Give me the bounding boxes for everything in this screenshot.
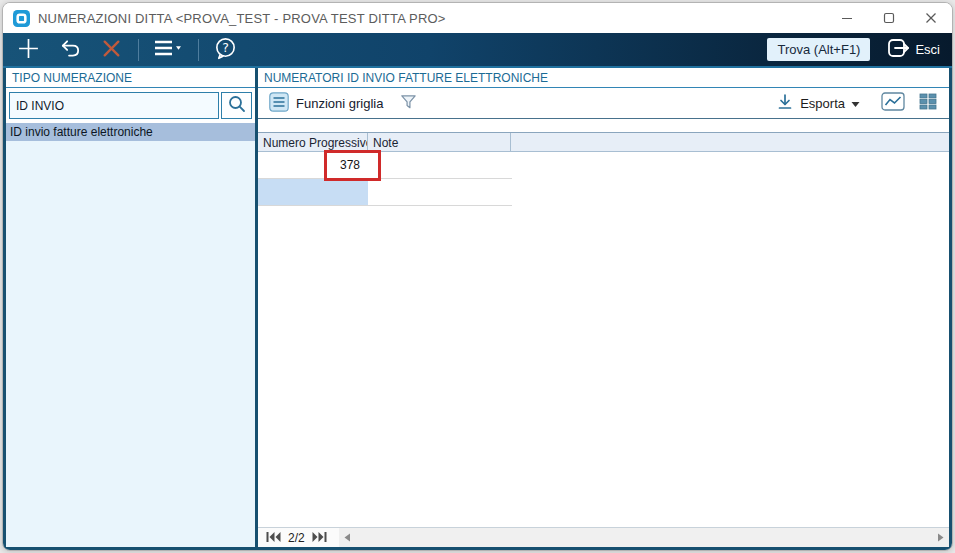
grid-view-button[interactable]: [918, 92, 938, 114]
horizontal-scrollbar[interactable]: [339, 528, 949, 547]
tipo-numerazione-search-input[interactable]: [9, 92, 219, 119]
toolbar-separator: [138, 39, 139, 61]
column-header-numero-progressivo[interactable]: Numero Progressivo: [258, 133, 368, 152]
grid-bottom-bar: 2/2: [258, 527, 949, 547]
scroll-right-icon: [937, 530, 944, 545]
cell-numero-progressivo[interactable]: [258, 179, 368, 205]
exit-button[interactable]: Esci: [882, 34, 944, 65]
scroll-left-button[interactable]: [339, 528, 356, 547]
grid-area: Numero Progressivo Note 378: [258, 119, 949, 527]
pager: 2/2: [258, 528, 335, 547]
cell-note[interactable]: [368, 179, 511, 205]
undo-icon: [58, 37, 83, 63]
filter-button[interactable]: [397, 90, 420, 116]
title-bar: NUMERAZIONI DITTA <PROVA_TEST - PROVA TE…: [3, 3, 952, 33]
funzioni-griglia-label: Funzioni griglia: [296, 96, 383, 111]
window-title: NUMERAZIONI DITTA <PROVA_TEST - PROVA TE…: [38, 11, 446, 26]
chevron-down-icon: [851, 96, 860, 111]
app-logo-icon: [13, 10, 30, 27]
find-button[interactable]: Trova (Alt+F1): [767, 38, 870, 61]
left-panel-title: TIPO NUMERAZIONE: [6, 68, 255, 88]
table-row[interactable]: [258, 179, 512, 206]
column-header-empty: [511, 133, 949, 152]
main-content: TIPO NUMERAZIONE ID invio fatture elettr…: [3, 68, 952, 550]
search-button[interactable]: [221, 92, 252, 119]
menu-button[interactable]: [147, 36, 188, 63]
add-button[interactable]: [11, 35, 46, 65]
scroll-left-icon: [344, 530, 351, 545]
numeratori-panel: NUMERATORI ID INVIO FATTURE ELETTRONICHE…: [258, 68, 949, 547]
grid-squares-icon: [919, 93, 937, 113]
exit-button-label: Esci: [915, 42, 940, 57]
cell-numero-progressivo[interactable]: 378: [258, 152, 368, 178]
help-button[interactable]: ?: [207, 34, 244, 66]
chart-button[interactable]: [880, 91, 906, 115]
cell-note[interactable]: [368, 152, 511, 178]
toolbar-separator: [198, 39, 199, 61]
table-row[interactable]: 378: [258, 152, 512, 179]
download-icon: [776, 93, 794, 114]
funzioni-griglia-button[interactable]: Funzioni griglia: [265, 90, 387, 117]
chart-icon: [881, 92, 905, 114]
app-window: NUMERAZIONI DITTA <PROVA_TEST - PROVA TE…: [2, 2, 953, 551]
last-page-icon: [312, 530, 327, 545]
right-panel-title: NUMERATORI ID INVIO FATTURE ELETTRONICHE: [258, 68, 949, 88]
main-toolbar: ? Trova (Alt+F1) Esci: [3, 33, 952, 68]
first-page-button[interactable]: [265, 529, 282, 546]
search-icon: [227, 94, 247, 117]
esporta-button[interactable]: Esporta: [770, 91, 866, 116]
table-header-row: Numero Progressivo Note: [258, 132, 949, 152]
tipo-numerazione-panel: TIPO NUMERAZIONE ID invio fatture elettr…: [6, 68, 258, 547]
list-item-id-invio-fatture[interactable]: ID invio fatture elettroniche: [6, 123, 255, 141]
window-controls: [826, 3, 952, 33]
scrollbar-track[interactable]: [356, 528, 932, 547]
grid-toolbar: Funzioni griglia Esporta: [258, 88, 949, 119]
page-indicator: 2/2: [288, 531, 305, 545]
scroll-right-button[interactable]: [932, 528, 949, 547]
delete-button[interactable]: [95, 36, 128, 64]
svg-text:?: ?: [222, 39, 229, 54]
undo-button[interactable]: [52, 35, 89, 65]
maximize-button[interactable]: [868, 3, 910, 33]
first-page-icon: [266, 530, 281, 545]
menu-icon: [153, 38, 182, 61]
grid-functions-icon: [269, 92, 289, 115]
filter-funnel-icon: [399, 92, 418, 114]
esporta-label: Esporta: [800, 96, 845, 111]
minimize-button[interactable]: [826, 3, 868, 33]
delete-x-icon: [101, 38, 122, 62]
help-icon: ?: [213, 36, 238, 64]
search-row: [6, 88, 255, 123]
column-header-note[interactable]: Note: [368, 133, 511, 152]
add-icon: [17, 37, 40, 63]
exit-icon: [886, 36, 910, 63]
last-page-button[interactable]: [311, 529, 328, 546]
close-button[interactable]: [910, 3, 952, 33]
tipo-numerazione-list: ID invio fatture elettroniche: [6, 123, 255, 547]
